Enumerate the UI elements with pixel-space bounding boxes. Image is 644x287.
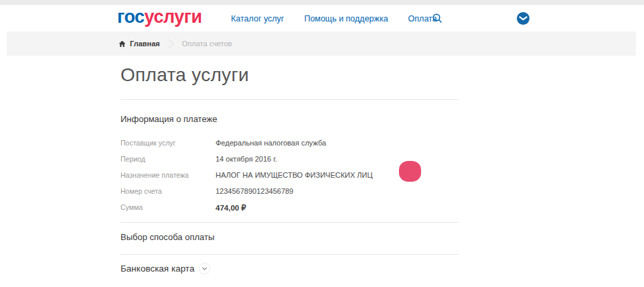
breadcrumb-separator-icon [168,38,174,50]
divider [120,254,459,255]
row-label: Назначение платежа [120,171,216,179]
nav-item-help[interactable]: Помощь и поддержка [304,14,388,23]
notifications-icon[interactable] [516,11,530,28]
row-label: Номер счета [120,187,216,195]
divider [120,222,459,223]
row-label: Сумма [120,203,216,211]
table-row-account: Номер счета 1234567890123456789 [120,187,459,203]
row-value: 1234567890123456789 [216,187,293,195]
row-label: Поставщик услуг [120,139,216,147]
payment-info-heading: Информация о платеже [120,114,459,124]
payment-method-label: Банковская карта [120,264,194,274]
top-strip [0,0,644,5]
gosuslugi-logo[interactable]: госуслуги [117,7,202,27]
breadcrumb-home-label: Главная [130,40,160,48]
breadcrumb-home[interactable]: Главная [118,40,160,48]
header: госуслуги Каталог услуг Помощь и поддерж… [0,5,644,32]
divider [120,99,459,100]
payment-method-heading: Выбор способа оплаты [120,232,459,242]
amount-value: 474,00 ₽ [216,203,246,213]
row-value: НАЛОГ НА ИМУЩЕСТВО ФИЗИЧЕСКИХ ЛИЦ [216,171,373,179]
nav-item-catalog[interactable]: Каталог услуг [231,14,284,23]
search-icon[interactable] [432,13,443,26]
logo-part-red: услуги [145,7,202,27]
page-title: Оплата услуги [120,64,459,87]
payment-method-selector[interactable]: Банковская карта [120,263,459,274]
breadcrumb-current: Оплата счетов [182,40,232,48]
row-value: 14 октября 2016 г. [216,155,277,163]
table-row-provider: Поставщик услуг Федеральная налоговая сл… [120,139,459,155]
row-value: Федеральная налоговая служба [216,139,326,147]
row-label: Период [120,155,216,163]
click-marker [399,161,421,182]
home-icon [118,40,126,48]
breadcrumb-bar: Главная Оплата счетов [7,32,636,56]
breadcrumb: Главная Оплата счетов [118,32,232,56]
main-nav: Каталог услуг Помощь и поддержка Оплата [231,14,437,23]
table-row-amount: Сумма 474,00 ₽ [120,203,459,219]
chevron-down-icon[interactable] [199,263,210,274]
logo-part-blue: гос [117,7,145,27]
